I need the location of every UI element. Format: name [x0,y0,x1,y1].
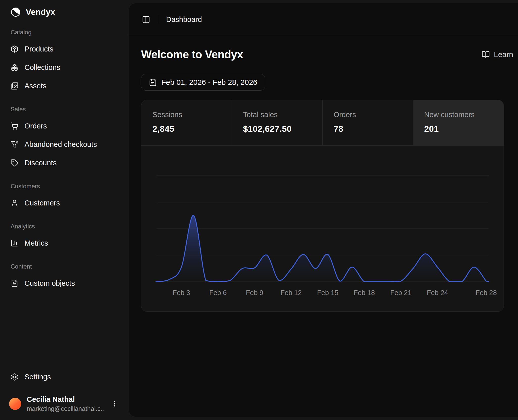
sidebar-nav: Catalog Products Collections Assets [0,29,129,303]
stat-value: $102,627.50 [243,124,311,134]
sidebar-item-label: Customers [24,199,60,207]
user-icon [11,199,18,207]
learn-button[interactable]: Learn [482,50,513,59]
stat-label: Orders [334,111,402,119]
sidebar-item-customers[interactable]: Customers [7,194,122,212]
sidebar: Vendyx Catalog Products Collections [0,0,129,420]
svg-text:Feb 9: Feb 9 [246,289,263,297]
section-label-analytics: Analytics [7,223,122,230]
gear-icon [11,373,18,381]
learn-label: Learn [494,50,513,59]
nav-section-content: Content Custom objects [7,263,122,293]
book-open-icon [482,50,490,59]
section-label-customers: Customers [7,183,122,190]
date-range-label: Feb 01, 2026 - Feb 28, 2026 [161,78,257,87]
sidebar-toggle-button[interactable] [140,14,152,25]
stat-orders[interactable]: Orders 78 [323,100,413,145]
kebab-menu-icon[interactable] [110,399,120,409]
stat-total-sales[interactable]: Total sales $102,627.50 [232,100,323,145]
nav-section-customers: Customers Customers [7,183,122,212]
sidebar-item-abandoned-checkouts[interactable]: Abandoned checkouts [7,135,122,154]
sidebar-item-label: Metrics [24,239,48,247]
svg-text:Feb 6: Feb 6 [209,289,227,297]
user-email: marketing@cecilianathal.c... [27,405,104,412]
sidebar-item-assets[interactable]: Assets [7,77,122,95]
stat-label: Total sales [243,111,311,119]
svg-text:Feb 12: Feb 12 [280,289,302,297]
svg-text:Feb 24: Feb 24 [427,289,448,297]
brand-name: Vendyx [26,7,55,17]
section-label-content: Content [7,263,122,270]
welcome-row: Welcome to Vendyx Learn [141,48,513,61]
sidebar-item-settings[interactable]: Settings [7,368,122,386]
avatar [9,398,21,410]
sidebar-item-label: Assets [24,82,46,90]
file-text-icon [11,279,18,287]
user-menu[interactable]: Cecilia Nathal marketing@cecilianathal.c… [7,391,122,414]
stat-sessions[interactable]: Sessions 2,845 [141,100,232,145]
sessions-area-chart[interactable]: Feb 3Feb 6Feb 9Feb 12Feb 15Feb 18Feb 21F… [141,146,504,311]
images-icon [11,82,18,90]
stat-value: 78 [334,124,402,134]
page-title: Welcome to Vendyx [141,48,243,61]
svg-text:Feb 15: Feb 15 [317,289,338,297]
stat-new-customers[interactable]: New customers 201 [413,100,504,145]
funnel-x-icon [11,141,18,148]
vendyx-logo-icon [11,7,21,17]
sidebar-item-discounts[interactable]: Discounts [7,154,122,172]
sidebar-item-label: Settings [24,373,51,381]
stat-value: 201 [424,124,493,134]
stats-row: Sessions 2,845 Total sales $102,627.50 O… [141,100,504,146]
sidebar-item-label: Discounts [24,159,57,167]
package-icon [11,45,18,53]
main-panel: Dashboard Welcome to Vendyx Learn Feb 01… [129,3,518,417]
user-meta: Cecilia Nathal marketing@cecilianathal.c… [27,395,104,412]
analytics-card: Sessions 2,845 Total sales $102,627.50 O… [141,100,504,312]
tag-icon [11,159,18,167]
svg-text:Feb 18: Feb 18 [354,289,375,297]
nav-section-sales: Sales Orders Abandoned checkouts Discoun… [7,106,122,172]
calendar-icon [149,78,157,86]
section-label-sales: Sales [7,106,122,113]
panel-left-icon [142,15,150,24]
nav-section-analytics: Analytics Metrics [7,223,122,252]
user-name: Cecilia Nathal [27,395,104,404]
stat-value: 2,845 [152,124,221,134]
svg-text:Feb 28: Feb 28 [476,289,497,297]
sidebar-item-label: Products [24,45,53,53]
sidebar-item-products[interactable]: Products [7,40,122,58]
topbar-divider [159,16,159,24]
stat-label: Sessions [152,111,221,119]
sidebar-item-label: Orders [24,122,47,130]
chart-area-fill [156,215,488,282]
brand[interactable]: Vendyx [0,7,129,17]
sidebar-item-custom-objects[interactable]: Custom objects [7,274,122,293]
stat-label: New customers [424,111,493,119]
sidebar-item-collections[interactable]: Collections [7,58,122,77]
date-range-picker[interactable]: Feb 01, 2026 - Feb 28, 2026 [141,74,265,91]
section-label-catalog: Catalog [7,29,122,36]
shopping-cart-icon [11,122,18,130]
dashboard-content: Welcome to Vendyx Learn Feb 01, 2026 - F… [129,36,518,312]
svg-text:Feb 3: Feb 3 [173,289,190,297]
breadcrumb: Dashboard [166,15,202,24]
chart-x-tick-labels: Feb 3Feb 6Feb 9Feb 12Feb 15Feb 18Feb 21F… [173,289,497,297]
sidebar-item-label: Custom objects [24,279,75,287]
sidebar-footer: Settings Cecilia Nathal marketing@cecili… [0,368,129,414]
boxes-icon [11,64,18,71]
nav-section-catalog: Catalog Products Collections Assets [7,29,122,95]
svg-text:Feb 21: Feb 21 [390,289,411,297]
sidebar-item-label: Abandoned checkouts [24,140,97,149]
bar-chart-icon [11,239,18,247]
topbar: Dashboard [129,3,518,36]
sidebar-item-orders[interactable]: Orders [7,117,122,135]
sidebar-item-metrics[interactable]: Metrics [7,234,122,252]
sidebar-item-label: Collections [24,63,60,72]
